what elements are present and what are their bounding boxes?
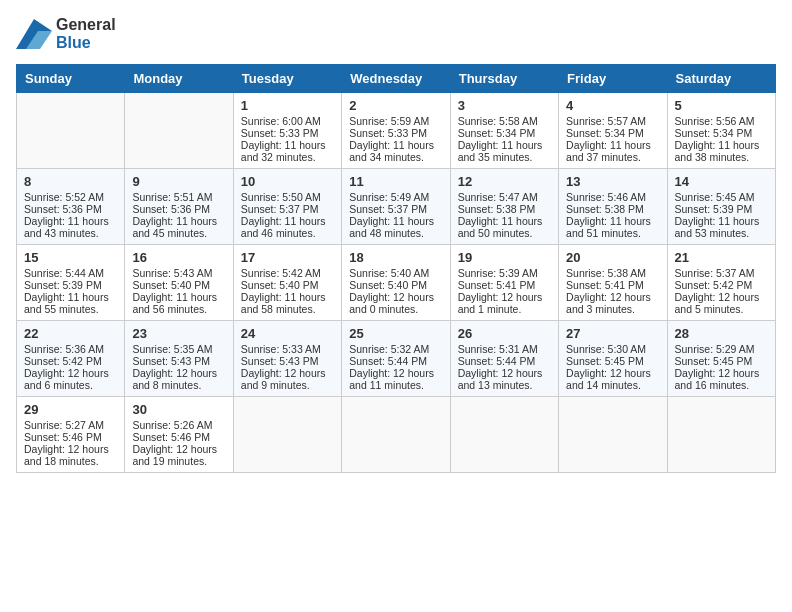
- sunrise-text: Sunrise: 5:44 AM: [24, 267, 117, 279]
- day-number: 5: [675, 98, 768, 113]
- sunset-text: Sunset: 5:37 PM: [241, 203, 334, 215]
- daylight-text: Daylight: 12 hours and 6 minutes.: [24, 367, 117, 391]
- day-number: 30: [132, 402, 225, 417]
- sunrise-text: Sunrise: 5:35 AM: [132, 343, 225, 355]
- daylight-text: Daylight: 12 hours and 18 minutes.: [24, 443, 117, 467]
- calendar-cell: 15Sunrise: 5:44 AMSunset: 5:39 PMDayligh…: [17, 244, 125, 320]
- calendar-cell: [559, 396, 667, 472]
- daylight-text: Daylight: 12 hours and 11 minutes.: [349, 367, 442, 391]
- sunset-text: Sunset: 5:37 PM: [349, 203, 442, 215]
- sunrise-text: Sunrise: 5:38 AM: [566, 267, 659, 279]
- daylight-text: Daylight: 11 hours and 45 minutes.: [132, 215, 225, 239]
- day-number: 24: [241, 326, 334, 341]
- weekday-header-saturday: Saturday: [667, 64, 775, 92]
- day-number: 9: [132, 174, 225, 189]
- calendar-cell: 14Sunrise: 5:45 AMSunset: 5:39 PMDayligh…: [667, 168, 775, 244]
- sunset-text: Sunset: 5:34 PM: [458, 127, 551, 139]
- daylight-text: Daylight: 11 hours and 43 minutes.: [24, 215, 117, 239]
- day-number: 12: [458, 174, 551, 189]
- sunrise-text: Sunrise: 5:29 AM: [675, 343, 768, 355]
- sunset-text: Sunset: 5:41 PM: [566, 279, 659, 291]
- day-number: 13: [566, 174, 659, 189]
- day-number: 1: [241, 98, 334, 113]
- sunset-text: Sunset: 5:36 PM: [132, 203, 225, 215]
- day-number: 15: [24, 250, 117, 265]
- calendar-week-row: 1Sunrise: 6:00 AMSunset: 5:33 PMDaylight…: [17, 92, 776, 168]
- calendar-week-row: 15Sunrise: 5:44 AMSunset: 5:39 PMDayligh…: [17, 244, 776, 320]
- sunset-text: Sunset: 5:38 PM: [458, 203, 551, 215]
- sunset-text: Sunset: 5:39 PM: [675, 203, 768, 215]
- daylight-text: Daylight: 11 hours and 56 minutes.: [132, 291, 225, 315]
- calendar-cell: 17Sunrise: 5:42 AMSunset: 5:40 PMDayligh…: [233, 244, 341, 320]
- sunset-text: Sunset: 5:41 PM: [458, 279, 551, 291]
- weekday-header-sunday: Sunday: [17, 64, 125, 92]
- sunset-text: Sunset: 5:33 PM: [349, 127, 442, 139]
- day-number: 10: [241, 174, 334, 189]
- daylight-text: Daylight: 12 hours and 13 minutes.: [458, 367, 551, 391]
- day-number: 26: [458, 326, 551, 341]
- daylight-text: Daylight: 12 hours and 9 minutes.: [241, 367, 334, 391]
- calendar-cell: 10Sunrise: 5:50 AMSunset: 5:37 PMDayligh…: [233, 168, 341, 244]
- calendar-header: SundayMondayTuesdayWednesdayThursdayFrid…: [17, 64, 776, 92]
- calendar-cell: 26Sunrise: 5:31 AMSunset: 5:44 PMDayligh…: [450, 320, 558, 396]
- sunrise-text: Sunrise: 5:46 AM: [566, 191, 659, 203]
- day-number: 19: [458, 250, 551, 265]
- sunrise-text: Sunrise: 5:37 AM: [675, 267, 768, 279]
- day-number: 29: [24, 402, 117, 417]
- calendar-cell: 28Sunrise: 5:29 AMSunset: 5:45 PMDayligh…: [667, 320, 775, 396]
- sunset-text: Sunset: 5:42 PM: [24, 355, 117, 367]
- sunset-text: Sunset: 5:33 PM: [241, 127, 334, 139]
- calendar-cell: 24Sunrise: 5:33 AMSunset: 5:43 PMDayligh…: [233, 320, 341, 396]
- sunrise-text: Sunrise: 5:57 AM: [566, 115, 659, 127]
- sunrise-text: Sunrise: 5:33 AM: [241, 343, 334, 355]
- daylight-text: Daylight: 12 hours and 3 minutes.: [566, 291, 659, 315]
- sunset-text: Sunset: 5:40 PM: [241, 279, 334, 291]
- sunrise-text: Sunrise: 5:52 AM: [24, 191, 117, 203]
- daylight-text: Daylight: 12 hours and 8 minutes.: [132, 367, 225, 391]
- daylight-text: Daylight: 11 hours and 55 minutes.: [24, 291, 117, 315]
- day-number: 11: [349, 174, 442, 189]
- calendar-cell: 16Sunrise: 5:43 AMSunset: 5:40 PMDayligh…: [125, 244, 233, 320]
- sunset-text: Sunset: 5:45 PM: [675, 355, 768, 367]
- day-number: 22: [24, 326, 117, 341]
- sunset-text: Sunset: 5:40 PM: [349, 279, 442, 291]
- daylight-text: Daylight: 11 hours and 37 minutes.: [566, 139, 659, 163]
- sunset-text: Sunset: 5:45 PM: [566, 355, 659, 367]
- daylight-text: Daylight: 12 hours and 0 minutes.: [349, 291, 442, 315]
- day-number: 23: [132, 326, 225, 341]
- sunrise-text: Sunrise: 5:43 AM: [132, 267, 225, 279]
- sunrise-text: Sunrise: 6:00 AM: [241, 115, 334, 127]
- day-number: 28: [675, 326, 768, 341]
- day-number: 27: [566, 326, 659, 341]
- day-number: 25: [349, 326, 442, 341]
- day-number: 18: [349, 250, 442, 265]
- day-number: 21: [675, 250, 768, 265]
- daylight-text: Daylight: 12 hours and 5 minutes.: [675, 291, 768, 315]
- sunrise-text: Sunrise: 5:32 AM: [349, 343, 442, 355]
- daylight-text: Daylight: 11 hours and 35 minutes.: [458, 139, 551, 163]
- calendar-table: SundayMondayTuesdayWednesdayThursdayFrid…: [16, 64, 776, 473]
- day-number: 3: [458, 98, 551, 113]
- logo-blue: Blue: [56, 34, 116, 52]
- logo-general: General: [56, 16, 116, 34]
- sunrise-text: Sunrise: 5:49 AM: [349, 191, 442, 203]
- calendar-week-row: 29Sunrise: 5:27 AMSunset: 5:46 PMDayligh…: [17, 396, 776, 472]
- weekday-header-monday: Monday: [125, 64, 233, 92]
- sunrise-text: Sunrise: 5:40 AM: [349, 267, 442, 279]
- calendar-cell: [450, 396, 558, 472]
- daylight-text: Daylight: 11 hours and 53 minutes.: [675, 215, 768, 239]
- logo-bird-icon: [16, 19, 52, 49]
- sunset-text: Sunset: 5:44 PM: [458, 355, 551, 367]
- daylight-text: Daylight: 11 hours and 32 minutes.: [241, 139, 334, 163]
- calendar-cell: [125, 92, 233, 168]
- weekday-header-friday: Friday: [559, 64, 667, 92]
- calendar-cell: 29Sunrise: 5:27 AMSunset: 5:46 PMDayligh…: [17, 396, 125, 472]
- sunrise-text: Sunrise: 5:56 AM: [675, 115, 768, 127]
- weekday-header-tuesday: Tuesday: [233, 64, 341, 92]
- sunset-text: Sunset: 5:39 PM: [24, 279, 117, 291]
- calendar-cell: 5Sunrise: 5:56 AMSunset: 5:34 PMDaylight…: [667, 92, 775, 168]
- calendar-cell: [233, 396, 341, 472]
- calendar-cell: 18Sunrise: 5:40 AMSunset: 5:40 PMDayligh…: [342, 244, 450, 320]
- sunrise-text: Sunrise: 5:42 AM: [241, 267, 334, 279]
- calendar-cell: 25Sunrise: 5:32 AMSunset: 5:44 PMDayligh…: [342, 320, 450, 396]
